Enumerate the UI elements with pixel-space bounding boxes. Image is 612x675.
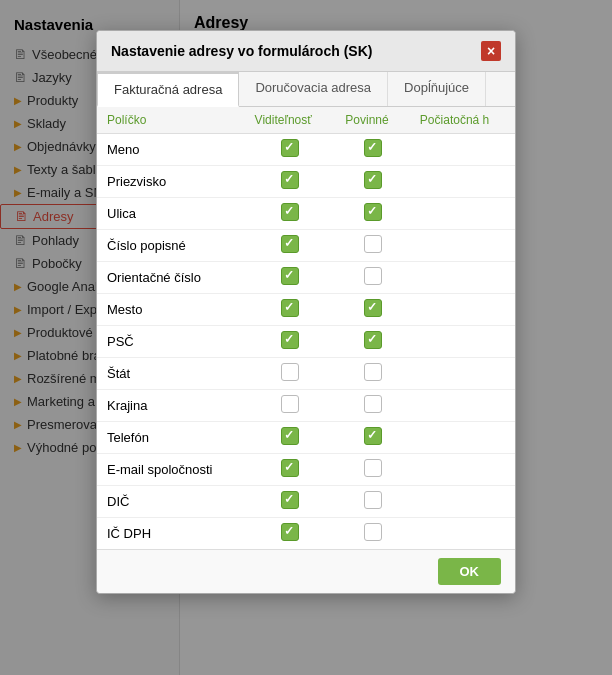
field-visible[interactable] (245, 230, 336, 262)
field-initial (410, 486, 515, 518)
checkbox-unchecked-icon[interactable] (364, 491, 382, 509)
table-header-row: Políčko Viditeľnosť Povinné Počiatočná h (97, 107, 515, 134)
field-required[interactable] (335, 198, 410, 230)
field-initial (410, 230, 515, 262)
field-name: Meno (97, 134, 245, 166)
modal-title: Nastavenie adresy vo formulároch (SK) (111, 43, 372, 59)
field-required[interactable] (335, 294, 410, 326)
field-visible[interactable] (245, 454, 336, 486)
field-visible[interactable] (245, 294, 336, 326)
field-visible[interactable] (245, 358, 336, 390)
checkbox-checked-icon[interactable] (281, 171, 299, 189)
checkbox-unchecked-icon[interactable] (281, 395, 299, 413)
field-initial (410, 422, 515, 454)
tab-fakturacna[interactable]: Fakturačná adresa (97, 72, 239, 107)
field-name: Mesto (97, 294, 245, 326)
field-name: Štát (97, 358, 245, 390)
checkbox-checked-icon[interactable] (281, 299, 299, 317)
table-row: Telefón (97, 422, 515, 454)
field-name: Číslo popisné (97, 230, 245, 262)
tab-dorucovacia[interactable]: Doručovacia adresa (239, 72, 388, 106)
checkbox-checked-icon[interactable] (281, 427, 299, 445)
table-row: Číslo popisné (97, 230, 515, 262)
field-required[interactable] (335, 454, 410, 486)
modal: Nastavenie adresy vo formulároch (SK) × … (96, 30, 516, 594)
field-required[interactable] (335, 518, 410, 550)
checkbox-checked-icon[interactable] (364, 139, 382, 157)
table-row: PSČ (97, 326, 515, 358)
col-header-required: Povinné (335, 107, 410, 134)
field-initial (410, 390, 515, 422)
checkbox-checked-icon[interactable] (281, 459, 299, 477)
field-visible[interactable] (245, 198, 336, 230)
field-initial (410, 326, 515, 358)
checkbox-unchecked-icon[interactable] (364, 459, 382, 477)
field-required[interactable] (335, 486, 410, 518)
field-required[interactable] (335, 230, 410, 262)
field-name: Ulica (97, 198, 245, 230)
field-required[interactable] (335, 326, 410, 358)
field-visible[interactable] (245, 326, 336, 358)
field-visible[interactable] (245, 262, 336, 294)
checkbox-checked-icon[interactable] (281, 267, 299, 285)
checkbox-checked-icon[interactable] (281, 203, 299, 221)
modal-close-button[interactable]: × (481, 41, 501, 61)
modal-footer: OK (97, 549, 515, 593)
field-initial (410, 454, 515, 486)
field-required[interactable] (335, 390, 410, 422)
checkbox-checked-icon[interactable] (281, 331, 299, 349)
checkbox-unchecked-icon[interactable] (364, 395, 382, 413)
field-visible[interactable] (245, 134, 336, 166)
field-visible[interactable] (245, 422, 336, 454)
field-required[interactable] (335, 358, 410, 390)
field-required[interactable] (335, 134, 410, 166)
field-visible[interactable] (245, 518, 336, 550)
checkbox-checked-icon[interactable] (364, 171, 382, 189)
checkbox-checked-icon[interactable] (364, 331, 382, 349)
field-name: Priezvisko (97, 166, 245, 198)
checkbox-checked-icon[interactable] (281, 523, 299, 541)
checkbox-checked-icon[interactable] (281, 235, 299, 253)
field-name: Krajina (97, 390, 245, 422)
modal-tabs: Fakturačná adresa Doručovacia adresa Dop… (97, 72, 515, 107)
field-visible[interactable] (245, 166, 336, 198)
checkbox-unchecked-icon[interactable] (364, 363, 382, 381)
field-visible[interactable] (245, 486, 336, 518)
checkbox-checked-icon[interactable] (281, 491, 299, 509)
checkbox-unchecked-icon[interactable] (364, 267, 382, 285)
col-header-initial: Počiatočná h (410, 107, 515, 134)
table-row: Orientačné číslo (97, 262, 515, 294)
fields-table: Políčko Viditeľnosť Povinné Počiatočná h… (97, 107, 515, 549)
field-name: DIČ (97, 486, 245, 518)
modal-header: Nastavenie adresy vo formulároch (SK) × (97, 31, 515, 72)
field-required[interactable] (335, 262, 410, 294)
checkbox-unchecked-icon[interactable] (364, 235, 382, 253)
modal-body: Políčko Viditeľnosť Povinné Počiatočná h… (97, 107, 515, 549)
table-row: DIČ (97, 486, 515, 518)
table-row: Ulica (97, 198, 515, 230)
table-row: Štát (97, 358, 515, 390)
field-initial (410, 198, 515, 230)
field-visible[interactable] (245, 390, 336, 422)
tab-doplnujuce[interactable]: Dopĺňujúce (388, 72, 486, 106)
checkbox-unchecked-icon[interactable] (281, 363, 299, 381)
field-name: PSČ (97, 326, 245, 358)
field-name: Orientačné číslo (97, 262, 245, 294)
field-name: Telefón (97, 422, 245, 454)
checkbox-unchecked-icon[interactable] (364, 523, 382, 541)
field-required[interactable] (335, 166, 410, 198)
modal-overlay: Nastavenie adresy vo formulároch (SK) × … (0, 0, 612, 675)
field-required[interactable] (335, 422, 410, 454)
checkbox-checked-icon[interactable] (281, 139, 299, 157)
checkbox-checked-icon[interactable] (364, 299, 382, 317)
table-row: E-mail spoločnosti (97, 454, 515, 486)
col-header-visible: Viditeľnosť (245, 107, 336, 134)
ok-button[interactable]: OK (438, 558, 502, 585)
field-name: E-mail spoločnosti (97, 454, 245, 486)
table-row: IČ DPH (97, 518, 515, 550)
checkbox-checked-icon[interactable] (364, 427, 382, 445)
field-initial (410, 262, 515, 294)
table-row: Priezvisko (97, 166, 515, 198)
checkbox-checked-icon[interactable] (364, 203, 382, 221)
field-initial (410, 134, 515, 166)
